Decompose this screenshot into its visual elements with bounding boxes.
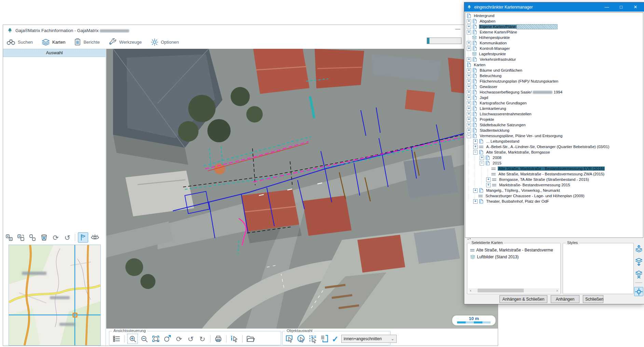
expand-icon[interactable]: + [467, 117, 471, 122]
dialog-titlebar[interactable]: eingeschränkter Kartenmanager — □ ✕ [464, 2, 644, 12]
tree-item[interactable]: +Mangelg., Töpferg., Vorwerksg., Neumark… [465, 188, 643, 193]
toolbar-item-suchen[interactable]: Suchen [6, 39, 33, 45]
zoom-window-button[interactable] [151, 334, 160, 343]
tree-item[interactable]: Alte Straße, Marktstraße - Bestandsverme… [465, 171, 643, 177]
undo-view-button[interactable]: ↺ [186, 334, 195, 343]
select-polygon-button[interactable] [285, 334, 294, 343]
tree-item[interactable]: +Theater, Busbahnhof, Platz der OdF [465, 199, 643, 204]
expand-icon[interactable]: + [486, 183, 491, 187]
zoom-in-button[interactable] [128, 334, 137, 343]
expand-icon[interactable]: + [486, 177, 491, 182]
selection-mode-dropdown[interactable]: innen+angeschnitten⌄ [341, 335, 397, 343]
splitter-handle[interactable]: ▲▼ [465, 238, 644, 240]
tree-item[interactable]: +Flächennutzungsplan (FNP)/ Nutzungskart… [465, 78, 643, 84]
tree-item[interactable]: +Externe Karten/Pläne [465, 29, 643, 35]
expand-icon[interactable]: + [467, 106, 471, 111]
tree-item[interactable]: +Abgaben [465, 18, 643, 24]
expand-icon[interactable]: + [467, 128, 471, 133]
expand-icon[interactable]: + [467, 46, 471, 51]
tree-item[interactable]: +Städtebauliche Satzungen [465, 122, 643, 128]
tree-item[interactable]: +... Leitungsbestand [465, 139, 643, 144]
selected-map-item[interactable]: Alte Straße, Marktstraße - Bestandsverme [467, 247, 560, 254]
apply-selection-button[interactable]: ✓ [332, 334, 339, 343]
redo-view-button[interactable]: ↻ [198, 334, 207, 343]
layer-move-up-button[interactable] [634, 245, 643, 253]
tree-item[interactable]: +2008 [465, 155, 643, 160]
tree-item[interactable]: +Borngasse, TA Alte Straße (Straßenbesta… [465, 177, 643, 182]
expand-icon[interactable]: + [467, 57, 471, 62]
expand-icon[interactable]: + [473, 199, 478, 204]
tree-item[interactable]: +Jagd [465, 95, 643, 100]
select-list-button[interactable] [320, 334, 329, 343]
tree-item[interactable]: +Beleuchtung [465, 73, 643, 78]
expand-icon[interactable]: + [467, 68, 471, 73]
tree-item[interactable]: +Kommunikation [465, 40, 643, 46]
attach-and-close-button[interactable]: Anhängen & Schließen [499, 295, 547, 303]
select-line-button[interactable] [309, 334, 317, 343]
flag-button[interactable] [78, 232, 88, 243]
collapse-icon[interactable]: − [480, 161, 484, 165]
toolbar-item-optionen[interactable]: Optionen [151, 38, 179, 46]
expand-icon[interactable]: + [467, 85, 471, 89]
tree-item[interactable]: +Löschwasserentnahmestellen [465, 111, 643, 117]
expand-icon[interactable]: + [467, 79, 471, 84]
expand-icon[interactable]: + [467, 41, 471, 45]
scroll-right-arrow[interactable]: › [555, 288, 559, 293]
tree-item[interactable]: −2015 [465, 160, 643, 166]
collapse-icon[interactable]: − [473, 150, 478, 155]
print-button[interactable] [214, 334, 223, 343]
expand-icon[interactable]: + [467, 112, 471, 116]
dialog-close-button[interactable]: ✕ [628, 2, 643, 12]
expand-icon[interactable]: + [467, 74, 471, 78]
refresh-view-button[interactable]: ⟳ [175, 334, 183, 343]
select-add-button[interactable] [16, 233, 26, 242]
scroll-left-arrow[interactable]: ‹ [468, 288, 473, 293]
dialog-maximize-button[interactable]: □ [614, 2, 628, 12]
layer-center-button[interactable] [634, 287, 643, 296]
select-circle-button[interactable] [297, 334, 306, 343]
expand-icon[interactable]: + [467, 25, 471, 29]
tree-item[interactable]: Höhenpestpunkte [465, 35, 643, 40]
tree-item[interactable]: Schwarzburger Chaussee - Lage- und Höhen… [465, 193, 643, 199]
open-folder-button[interactable] [246, 334, 255, 343]
expand-icon[interactable]: + [473, 139, 478, 144]
attach-button[interactable]: Anhängen [551, 295, 579, 303]
overview-minimap[interactable] [9, 245, 101, 346]
layer-move-down-button[interactable] [634, 257, 643, 266]
select-boxes-button[interactable] [28, 233, 37, 242]
scrollbar-thumb[interactable] [478, 289, 523, 292]
expand-icon[interactable]: + [467, 30, 471, 34]
tree-item[interactable]: +Kartografische Grundlagen [465, 100, 643, 106]
expand-icon[interactable]: + [480, 156, 484, 160]
info-select-button[interactable] [230, 334, 239, 343]
close-button[interactable]: Schließen [583, 295, 603, 303]
layer-list-button[interactable] [112, 334, 121, 343]
clear-selection-button[interactable] [39, 233, 49, 242]
expand-icon[interactable]: + [467, 19, 471, 24]
toolbar-item-karten[interactable]: Karten [42, 39, 65, 45]
zoom-out-button[interactable] [140, 334, 149, 343]
expand-icon[interactable]: + [473, 145, 478, 149]
toolbar-item-berichte[interactable]: Berichte [74, 38, 100, 46]
tree-item[interactable]: +Marktstraße- Bestandsvermessung 2015 [465, 182, 643, 188]
expand-icon[interactable]: + [467, 96, 471, 100]
tree-item[interactable]: +Eigene Karten/Pläne [465, 24, 643, 29]
expand-icon[interactable]: + [473, 188, 478, 193]
show-eye-button[interactable] [90, 233, 100, 242]
selected-map-item[interactable]: Luftbilder (Stand 2013) [467, 254, 560, 260]
zoom-extent-button[interactable] [163, 334, 172, 343]
map-view[interactable] [106, 49, 498, 329]
tree-item[interactable]: Lagefestpunkte [465, 51, 643, 57]
tree-item[interactable]: Hintergrund [465, 13, 643, 18]
tree-item[interactable]: −Alte Straße, Marktstraße, Borngasse [465, 149, 643, 155]
tree-item[interactable]: +A.-Bebel-Str., A.-Lindner-Str, Oberange… [465, 144, 643, 149]
toolbar-item-werkzeuge[interactable]: Werkzeuge [109, 38, 142, 46]
tree-item[interactable]: +Gewässer [465, 84, 643, 89]
dialog-minimize-button[interactable]: — [600, 2, 614, 12]
tree-item[interactable]: +Hochwasserbefliegung Saale/ 1994 [465, 89, 643, 95]
tree-item[interactable]: +Bäume und Grünflächen [465, 68, 643, 73]
tree-item[interactable]: −Vermessungspläne, Pläne Ver- und Entsor… [465, 133, 643, 139]
tree-item[interactable]: +Stadtentwicklung [465, 128, 643, 133]
minimize-button[interactable]: — [453, 26, 463, 34]
expand-icon[interactable]: + [467, 90, 471, 95]
